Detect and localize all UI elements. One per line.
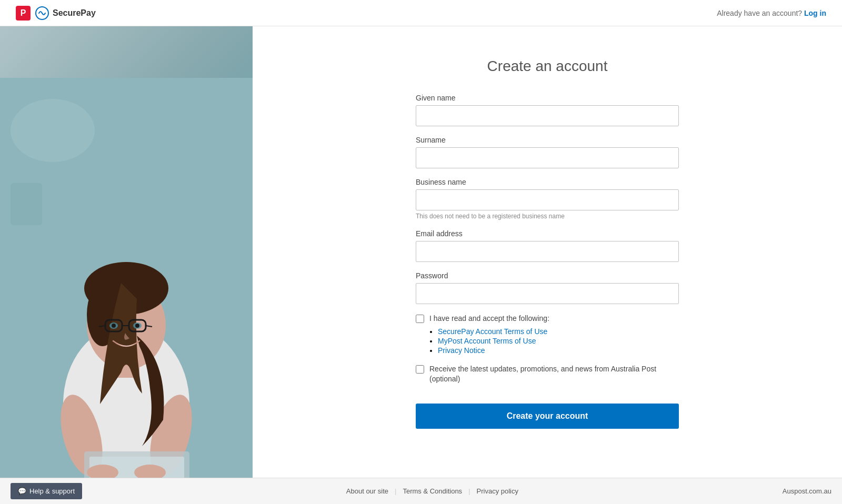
email-label: Email address [416,229,679,238]
given-name-label: Given name [416,94,679,102]
chat-icon: 💬 [18,487,26,495]
terms-checkbox-label: I have read and accept the following: [429,314,549,322]
logo-area: P SecurePay [16,6,96,21]
terms-list: SecurePay Account Terms of Use MyPost Ac… [429,327,549,355]
mypost-terms-link[interactable]: MyPost Account Terms of Use [438,337,536,345]
surname-group: Surname [416,136,679,168]
login-prompt: Already have an account? Log in [717,9,826,17]
business-name-hint: This does not need to be a registered bu… [416,213,679,220]
terms-checkbox[interactable] [416,315,424,323]
footer-links: About our site | Terms & Conditions | Pr… [340,487,525,495]
business-name-group: Business name This does not need to be a… [416,178,679,220]
email-input[interactable] [416,241,679,262]
privacy-policy-link[interactable]: Privacy policy [470,487,525,495]
marketing-checkbox-row: Receive the latest updates, promotions, … [416,364,679,385]
securepay-swirl-icon [35,6,49,21]
given-name-input[interactable] [416,105,679,126]
help-support-button[interactable]: 💬 Help & support [11,483,82,499]
hero-illustration [0,26,253,478]
about-site-link[interactable]: About our site [340,487,395,495]
surname-label: Surname [416,136,679,144]
terms-item-mypost: MyPost Account Terms of Use [438,337,549,345]
terms-item-securepay: SecurePay Account Terms of Use [438,327,549,336]
form-container: Create an account Given name Surname Bus… [416,58,679,429]
terms-checkbox-row: I have read and accept the following: Se… [416,314,679,356]
form-title: Create an account [416,58,679,75]
svg-point-18 [112,324,116,328]
business-name-label: Business name [416,178,679,186]
svg-point-19 [135,324,139,328]
privacy-notice-link[interactable]: Privacy Notice [438,346,485,355]
terms-label-container: I have read and accept the following: Se… [429,314,549,356]
surname-input[interactable] [416,147,679,168]
hero-image-panel [0,26,253,478]
business-name-input[interactable] [416,189,679,210]
main-content: Create an account Given name Surname Bus… [0,26,842,478]
terms-conditions-link[interactable]: Terms & Conditions [396,487,468,495]
securepay-terms-link[interactable]: SecurePay Account Terms of Use [438,327,547,336]
svg-rect-3 [11,183,42,225]
create-account-button[interactable]: Create your account [416,404,679,429]
given-name-group: Given name [416,94,679,126]
footer: 💬 Help & support About our site | Terms … [0,478,842,504]
marketing-checkbox[interactable] [416,365,424,374]
email-group: Email address [416,229,679,262]
marketing-checkbox-group: Receive the latest updates, promotions, … [416,364,679,385]
password-label: Password [416,271,679,280]
svg-point-2 [11,99,95,162]
terms-checkbox-group: I have read and accept the following: Se… [416,314,679,356]
password-input[interactable] [416,283,679,304]
login-link[interactable]: Log in [804,9,826,17]
terms-item-privacy: Privacy Notice [438,346,549,355]
auspost-icon: P [16,6,31,21]
header: P SecurePay Already have an account? Log… [0,0,842,26]
password-group: Password [416,271,679,304]
marketing-checkbox-label: Receive the latest updates, promotions, … [429,364,679,385]
footer-right-text: Auspost.com.au [783,487,831,495]
form-panel: Create an account Given name Surname Bus… [253,26,842,478]
securepay-logo: SecurePay [35,6,96,21]
